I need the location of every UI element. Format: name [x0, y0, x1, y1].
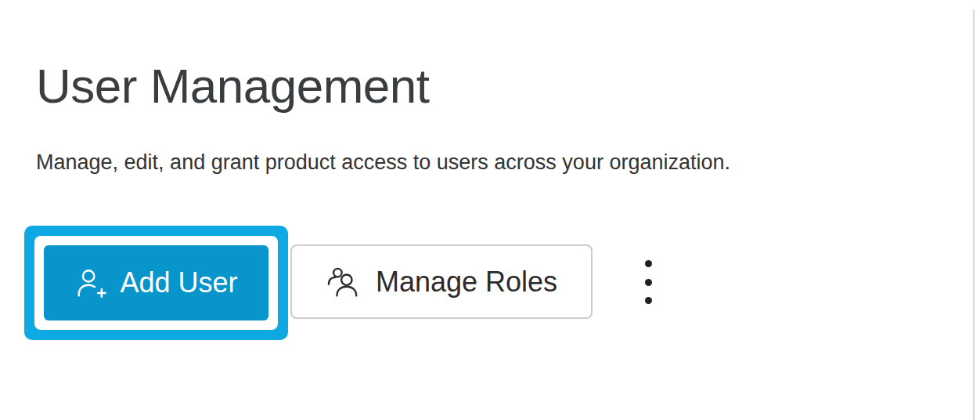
right-border-divider [973, 9, 975, 420]
add-user-focus-ring: Add User [24, 226, 288, 340]
user-management-page: User Management Manage, edit, and grant … [0, 0, 980, 420]
add-user-label: Add User [120, 266, 237, 299]
page-title: User Management [36, 58, 430, 114]
manage-roles-label: Manage Roles [376, 266, 557, 299]
add-user-focus-gap: Add User [34, 236, 278, 330]
add-user-button[interactable]: Add User [44, 245, 268, 320]
kebab-menu-icon [645, 260, 652, 267]
page-subtitle: Manage, edit, and grant product access t… [36, 150, 730, 175]
user-plus-icon [74, 266, 107, 299]
kebab-menu-icon [645, 279, 652, 286]
users-icon [326, 266, 362, 299]
kebab-menu-icon [645, 297, 652, 304]
more-options-button[interactable] [631, 260, 665, 304]
manage-roles-button[interactable]: Manage Roles [290, 244, 593, 319]
